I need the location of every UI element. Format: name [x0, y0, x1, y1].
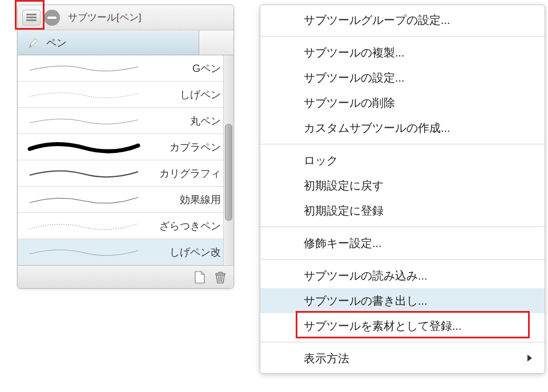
panel-header: サブツール[ペン]: [18, 5, 233, 30]
menu-item-label: サブツールを素材として登録...: [304, 318, 462, 334]
tool-label: 効果線用: [180, 193, 221, 207]
brush-preview: [21, 58, 147, 79]
menu-item-label: 表示方法: [304, 351, 349, 366]
tool-label: カリグラフィ: [159, 167, 221, 180]
menu-item-display-method[interactable]: 表示方法: [260, 346, 545, 371]
subtool-panel: サブツール[ペン] ペン Gペン しげペン: [17, 5, 234, 289]
menu-item-label: 初期設定に登録: [304, 203, 384, 219]
brush-preview: [21, 189, 147, 211]
tool-item-shige-pen[interactable]: しげペン: [18, 82, 233, 108]
svg-line-3: [221, 276, 222, 282]
trash-icon: [214, 270, 227, 284]
new-page-icon: [194, 270, 206, 284]
menu-separator: [260, 259, 545, 260]
brush-preview: [21, 241, 147, 263]
brush-preview: [21, 215, 147, 237]
pen-icon: [28, 37, 41, 49]
tool-label: ざらつきペン: [159, 219, 221, 233]
svg-line-1: [219, 276, 219, 282]
menu-item-duplicate[interactable]: サブツールの複製...: [260, 40, 545, 65]
menu-item-reset-default[interactable]: 初期設定に戻す: [260, 173, 545, 198]
scrollbar[interactable]: [223, 55, 233, 265]
context-menu: サブツールグループの設定... サブツールの複製... サブツールの設定... …: [260, 5, 545, 374]
svg-rect-0: [216, 273, 225, 275]
menu-item-label: ロック: [304, 153, 338, 168]
menu-item-register-default[interactable]: 初期設定に登録: [260, 198, 545, 223]
menu-item-lock[interactable]: ロック: [260, 148, 545, 173]
submenu-arrow-icon: [526, 352, 533, 365]
menu-item-settings[interactable]: サブツールの設定...: [260, 65, 545, 90]
menu-item-label: カスタムサブツールの作成...: [304, 120, 450, 136]
menu-item-modifier-key[interactable]: 修飾キー設定...: [260, 231, 545, 256]
tool-label: しげペン改: [170, 245, 221, 259]
tool-list: Gペン しげペン 丸ペン カブラペン カリグラフィ: [18, 55, 233, 265]
tool-item-kabura-pen[interactable]: カブラペン: [18, 134, 233, 160]
menu-item-label: サブツールの設定...: [304, 70, 405, 86]
menu-item-label: 修飾キー設定...: [304, 236, 382, 251]
menu-item-register-material[interactable]: サブツールを素材として登録...: [260, 313, 545, 338]
tab-empty[interactable]: [199, 30, 233, 55]
tool-item-calligraphy[interactable]: カリグラフィ: [18, 160, 233, 187]
brush-preview: [21, 84, 147, 106]
menu-separator: [260, 36, 545, 37]
menu-item-label: サブツールグループの設定...: [304, 13, 450, 28]
menu-separator: [260, 342, 545, 342]
menu-item-label: 初期設定に戻す: [304, 178, 384, 193]
menu-item-group-settings[interactable]: サブツールグループの設定...: [260, 7, 545, 33]
scrollbar-thumb[interactable]: [225, 124, 232, 221]
tool-label: 丸ペン: [190, 114, 221, 128]
brush-preview: [21, 110, 147, 132]
panel-dock-button[interactable]: [44, 10, 60, 26]
menu-item-delete[interactable]: サブツールの削除: [260, 90, 545, 115]
menu-separator: [260, 144, 545, 144]
tool-item-g-pen[interactable]: Gペン: [18, 55, 233, 82]
tab-pen[interactable]: ペン: [18, 30, 199, 55]
panel-title: サブツール[ペン]: [68, 11, 141, 24]
new-subtool-button[interactable]: [191, 269, 208, 285]
menu-item-label: サブツールの読み込み...: [304, 268, 428, 284]
menu-item-import[interactable]: サブツールの読み込み...: [260, 263, 545, 288]
panel-footer: [18, 265, 233, 288]
tool-item-zaratsuki-pen[interactable]: ざらつきペン: [18, 213, 233, 239]
brush-preview: [21, 163, 147, 184]
menu-item-label: サブツールの書き出し...: [304, 293, 428, 309]
tool-item-shige-pen-kai[interactable]: しげペン改: [18, 239, 233, 265]
menu-item-label: サブツールの削除: [304, 95, 395, 111]
panel-menu-button[interactable]: [22, 10, 41, 26]
delete-subtool-button[interactable]: [212, 269, 229, 285]
tool-item-effect-line[interactable]: 効果線用: [18, 187, 233, 213]
tool-item-maru-pen[interactable]: 丸ペン: [18, 108, 233, 134]
brush-preview: [21, 136, 147, 158]
tool-label: Gペン: [192, 62, 221, 75]
tool-label: カブラペン: [170, 140, 221, 154]
menu-item-custom-create[interactable]: カスタムサブツールの作成...: [260, 115, 545, 140]
menu-item-export[interactable]: サブツールの書き出し...: [260, 288, 545, 313]
menu-separator: [260, 227, 545, 227]
tab-row: ペン: [18, 30, 233, 55]
tool-label: しげペン: [180, 88, 221, 102]
menu-item-label: サブツールの複製...: [304, 45, 405, 60]
tab-label: ペン: [46, 36, 67, 50]
